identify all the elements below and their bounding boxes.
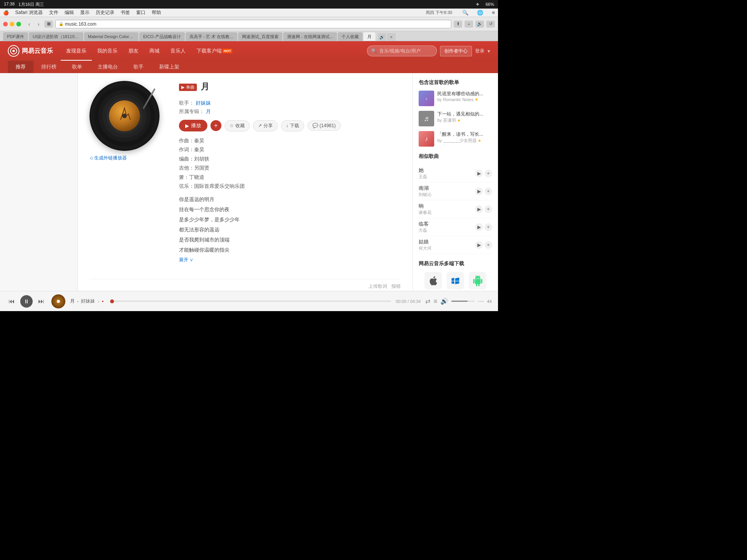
- browser-tab-6[interactable]: 测速网 - 在线网速测试...: [283, 32, 337, 41]
- similar-item-3[interactable]: 临客 方磊 ▶ +: [419, 218, 492, 236]
- url-bar[interactable]: 🔒 music.163.com: [55, 20, 451, 28]
- player-thumbnail[interactable]: [51, 294, 65, 308]
- sub-nav-ranking[interactable]: 排行榜: [33, 61, 64, 73]
- report-link[interactable]: 报错: [391, 284, 401, 289]
- close-button[interactable]: [3, 22, 8, 26]
- nav-download[interactable]: 下载客户端 HOT: [191, 41, 238, 61]
- nav-my-music[interactable]: 我的音乐: [92, 41, 123, 61]
- progress-area[interactable]: [112, 301, 391, 302]
- browser-tab-0[interactable]: PDF课件: [3, 32, 28, 41]
- nav-mall[interactable]: 商城: [144, 41, 165, 61]
- android-download-button[interactable]: [469, 272, 486, 289]
- add-similar-2[interactable]: +: [484, 205, 492, 213]
- play-similar-4[interactable]: ▶: [475, 241, 483, 249]
- sub-nav-recommend[interactable]: 推荐: [8, 61, 33, 73]
- play-button[interactable]: ▶ 播放: [179, 120, 207, 131]
- forward-button[interactable]: ›: [35, 21, 42, 28]
- play-similar-3[interactable]: ▶: [475, 223, 483, 231]
- generate-link-button[interactable]: ♫ 生成外链播放器: [89, 155, 167, 161]
- next-button[interactable]: ⏭: [36, 296, 47, 307]
- upload-lyrics-link[interactable]: 上传歌词: [368, 284, 387, 289]
- similar-item-2[interactable]: 晌 谢春花 ▶ +: [419, 200, 492, 218]
- collect-button[interactable]: ☆ 收藏: [224, 120, 250, 131]
- menu-file[interactable]: 文件: [49, 9, 58, 16]
- add-similar-1[interactable]: +: [484, 187, 492, 195]
- sub-nav-artists[interactable]: 歌手: [126, 61, 151, 73]
- similar-item-1[interactable]: 南湖 刘铭沁 ▶ +: [419, 182, 492, 200]
- browser-tab-8[interactable]: 月: [363, 32, 375, 41]
- new-tab-button[interactable]: +: [465, 21, 473, 28]
- similar-item-0[interactable]: 她 王磊 ▶ +: [419, 164, 492, 182]
- browser-tab-2[interactable]: Material Design Colors,...: [84, 32, 139, 41]
- volume-button-player[interactable]: 🔊: [440, 298, 448, 305]
- menu-apple[interactable]: 🍎: [3, 10, 9, 16]
- menu-history[interactable]: 历史记录: [96, 9, 114, 16]
- creator-center-button[interactable]: 创作者中心: [440, 46, 472, 56]
- volume-slider[interactable]: [451, 301, 475, 302]
- playlist-item-0[interactable]: ♪ 民谣里有哪些动感的... by Romantic Notes ★: [419, 91, 492, 106]
- login-button[interactable]: 登录: [475, 48, 484, 54]
- album-link[interactable]: 月: [206, 108, 211, 114]
- artist-link[interactable]: 好妹妹: [196, 100, 211, 106]
- play-similar-0[interactable]: ▶: [475, 170, 483, 177]
- share-button-song[interactable]: ↗ 分享: [253, 120, 278, 131]
- playlist-item-2[interactable]: ♪ 「醒来，读书，写长... by _______少女照器 ★: [419, 131, 492, 147]
- similar-item-4[interactable]: 姑娘 何大河 ▶ +: [419, 236, 492, 254]
- minimize-button[interactable]: [10, 22, 14, 26]
- menu-edit[interactable]: 编辑: [65, 9, 74, 16]
- playlist-button[interactable]: ≡: [433, 298, 437, 305]
- sidebar-toggle[interactable]: ⊞: [44, 21, 53, 28]
- progress-bar[interactable]: [112, 301, 391, 302]
- share-button[interactable]: ⬆: [454, 21, 462, 28]
- login-dropdown-icon[interactable]: ▾: [487, 48, 490, 54]
- expand-lyrics-button[interactable]: 展开 ∨: [179, 257, 401, 263]
- player-right: ⇄ ≡ 🔊 ⋯ 44: [425, 298, 492, 305]
- list-icon[interactable]: ≡: [492, 10, 495, 16]
- vinyl-record[interactable]: [89, 81, 160, 151]
- menu-view[interactable]: 显示: [80, 9, 89, 16]
- play-similar-1[interactable]: ▶: [475, 187, 483, 195]
- add-similar-3[interactable]: +: [484, 223, 492, 231]
- add-to-playlist-button[interactable]: +: [210, 120, 221, 131]
- composer-line: 作曲：秦昊: [179, 136, 401, 145]
- add-similar-4[interactable]: +: [484, 241, 492, 249]
- browser-tab-1[interactable]: UI设计进阶班（181107...: [29, 32, 83, 41]
- apple-download-button[interactable]: [424, 272, 442, 289]
- browser-tab-3[interactable]: EICO-产品战略设计: [139, 32, 185, 41]
- nav-musician[interactable]: 音乐人: [165, 41, 191, 61]
- menu-help[interactable]: 帮助: [152, 9, 161, 16]
- sub-nav-new-albums[interactable]: 新碟上架: [151, 61, 187, 73]
- sub-nav-playlist[interactable]: 歌单: [64, 61, 90, 73]
- browser-tab-4[interactable]: 高高手 - 艺·术 在线教...: [186, 32, 237, 41]
- tab-close[interactable]: ×: [387, 33, 396, 41]
- menu-window[interactable]: 窗口: [136, 9, 146, 16]
- previous-button[interactable]: ⏮: [6, 296, 17, 307]
- menu-bookmarks[interactable]: 书签: [121, 9, 130, 16]
- comment-button[interactable]: 💬 (14981): [307, 121, 341, 131]
- search-box[interactable]: 🔍 音乐/视频/电台/用户: [367, 46, 437, 56]
- more-options-button[interactable]: ⋯: [478, 298, 484, 305]
- menu-safari[interactable]: Safari 浏览器: [15, 9, 43, 16]
- search-icon[interactable]: 🔍: [462, 10, 468, 16]
- time-display: 00:00 / 04:34: [396, 299, 421, 304]
- player-lyrics-link[interactable]: ♪: [97, 299, 100, 304]
- play-similar-2[interactable]: ▶: [475, 205, 483, 213]
- add-similar-0[interactable]: +: [484, 170, 492, 177]
- download-button[interactable]: ↓ 下载: [281, 120, 304, 131]
- refresh-button[interactable]: ↺: [486, 21, 495, 28]
- mute-tab-button[interactable]: 🔊: [378, 33, 386, 41]
- network-icon[interactable]: 🌐: [477, 10, 483, 16]
- loop-button[interactable]: ⇄: [425, 298, 430, 305]
- browser-tab-7[interactable]: 个人收藏: [338, 32, 363, 41]
- playlist-item-1[interactable]: ♬ 下一站，遇见相似的... by 苏潇羽 ★: [419, 111, 492, 126]
- sub-nav-radio[interactable]: 主播电台: [90, 61, 126, 73]
- player-artist: 好妹妹: [81, 298, 95, 304]
- windows-download-button[interactable]: [447, 272, 464, 289]
- maximize-button[interactable]: [16, 22, 21, 26]
- volume-button[interactable]: 🔊: [475, 21, 484, 28]
- nav-friends[interactable]: 朋友: [123, 41, 144, 61]
- play-pause-button[interactable]: ⏸: [20, 295, 33, 308]
- browser-tab-5[interactable]: 网速测试_百度搜索: [238, 32, 282, 41]
- nav-discover[interactable]: 发现音乐: [61, 41, 92, 61]
- back-button[interactable]: ‹: [26, 21, 33, 28]
